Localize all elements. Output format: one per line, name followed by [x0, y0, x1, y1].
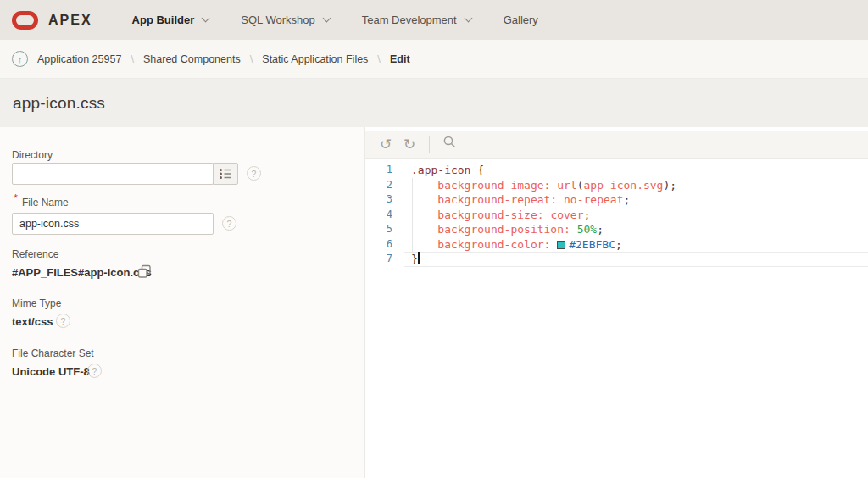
- main-menu: App Builder SQL Workshop Team Developmen…: [116, 0, 554, 40]
- breadcrumb-item-static-application-files[interactable]: Static Application Files: [262, 53, 368, 65]
- list-icon: [218, 166, 233, 181]
- code-line[interactable]: 6 background-color: #2EBFBC;: [365, 237, 868, 253]
- nav-item-label: Team Development: [362, 14, 457, 26]
- mime-type-label: Mime Type: [12, 297, 61, 309]
- charset-label: File Character Set: [12, 347, 94, 359]
- color-swatch[interactable]: [557, 241, 565, 249]
- undo-button[interactable]: ↺: [374, 133, 398, 157]
- line-number: 5: [365, 222, 392, 237]
- editor-toolbar: ↺ ↻: [365, 131, 868, 159]
- content: Directory ? * File Name ? Reference #APP…: [0, 127, 868, 478]
- code-line-text: background-image: url(app-icon.svg);: [411, 178, 676, 193]
- brand-apex-label: APEX: [48, 13, 92, 28]
- code-editor-panel: ↺ ↻ 1.app-icon {2 background-image: url(…: [364, 127, 868, 478]
- mime-type-help-icon[interactable]: ?: [56, 314, 70, 328]
- reference-value: #APP_FILES#app-icon.css: [12, 266, 152, 279]
- copy-icon: [137, 264, 152, 279]
- panel-divider: [0, 397, 364, 397]
- breadcrumb-item-shared-components[interactable]: Shared Components: [143, 53, 241, 65]
- chevron-down-icon: [464, 14, 472, 23]
- nav-item-label: Gallery: [504, 14, 538, 26]
- directory-label: Directory: [12, 149, 53, 161]
- code-line-text: background-size: cover;: [411, 208, 590, 223]
- file-name-input[interactable]: [12, 213, 214, 235]
- code-line-text: }: [411, 252, 420, 267]
- code-area[interactable]: 1.app-icon {2 background-image: url(app-…: [365, 159, 868, 478]
- breadcrumb: ↑ Application 25957 \ Shared Components …: [0, 40, 868, 79]
- line-number: 2: [365, 178, 392, 193]
- nav-item-label: App Builder: [132, 14, 195, 26]
- line-number: 6: [365, 237, 392, 253]
- directory-list-button[interactable]: [213, 163, 238, 185]
- line-number: 4: [365, 208, 392, 223]
- oracle-logo-icon[interactable]: [12, 11, 38, 30]
- nav-item-label: SQL Workshop: [241, 14, 314, 26]
- page-title: app-icon.css: [13, 94, 105, 113]
- code-line-text: .app-icon {: [411, 163, 484, 178]
- code-line-text: background-color: #2EBFBC;: [411, 237, 622, 253]
- code-line[interactable]: 5 background-position: 50%;: [365, 222, 868, 237]
- file-name-help-icon[interactable]: ?: [222, 216, 236, 231]
- code-line[interactable]: 1.app-icon {: [365, 163, 868, 178]
- file-attributes-panel: Directory ? * File Name ? Reference #APP…: [0, 127, 364, 478]
- charset-value: Unicode UTF-8: [12, 365, 90, 378]
- breadcrumb-separator: \: [131, 53, 134, 65]
- up-arrow-icon[interactable]: ↑: [12, 51, 28, 67]
- breadcrumb-item-application[interactable]: Application 25957: [37, 53, 121, 65]
- line-number: 3: [365, 192, 392, 208]
- code-line-text: background-repeat: no-repeat;: [411, 192, 630, 208]
- breadcrumb-item-edit: Edit: [390, 53, 410, 65]
- nav-item-app-builder[interactable]: App Builder: [116, 0, 225, 40]
- code-line[interactable]: 7}: [365, 252, 868, 267]
- current-line-highlight: [404, 252, 868, 267]
- directory-input[interactable]: [12, 163, 214, 185]
- nav-item-team-development[interactable]: Team Development: [346, 0, 487, 40]
- reference-label: Reference: [12, 248, 58, 260]
- top-navbar: APEX App Builder SQL Workshop Team Devel…: [0, 0, 868, 40]
- nav-item-sql-workshop[interactable]: SQL Workshop: [225, 0, 345, 40]
- directory-help-icon[interactable]: ?: [247, 166, 261, 181]
- copy-button[interactable]: [136, 264, 152, 280]
- code-line[interactable]: 3 background-repeat: no-repeat;: [365, 192, 868, 208]
- nav-item-gallery[interactable]: Gallery: [487, 0, 554, 40]
- redo-button[interactable]: ↻: [398, 133, 421, 157]
- search-button[interactable]: [437, 133, 461, 157]
- search-icon: [442, 135, 457, 149]
- text-cursor: [418, 252, 420, 264]
- code-line-text: background-position: 50%;: [411, 222, 604, 237]
- line-number: 1: [365, 163, 392, 178]
- code-lines: 1.app-icon {2 background-image: url(app-…: [365, 163, 868, 267]
- brand: APEX: [12, 11, 92, 30]
- breadcrumb-separator: \: [250, 53, 253, 65]
- code-line[interactable]: 2 background-image: url(app-icon.svg);: [365, 178, 868, 193]
- page-title-bar: app-icon.css: [0, 79, 868, 127]
- mime-type-value: text/css: [12, 315, 53, 328]
- file-name-label: File Name: [22, 197, 69, 208]
- chevron-down-icon: [322, 14, 331, 23]
- code-line[interactable]: 4 background-size: cover;: [365, 208, 868, 223]
- charset-help-icon[interactable]: ?: [87, 364, 102, 378]
- toolbar-divider: [429, 136, 430, 153]
- chevron-down-icon: [202, 14, 210, 23]
- required-marker: *: [14, 192, 18, 204]
- line-number: 7: [365, 252, 392, 267]
- breadcrumb-separator: \: [377, 53, 381, 65]
